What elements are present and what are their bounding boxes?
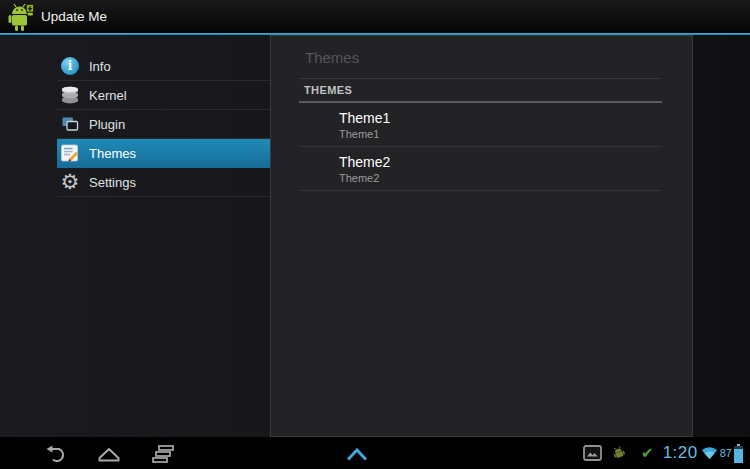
system-nav-bar: ✔ 1:20 87 [0,437,750,469]
sidebar-item-settings[interactable]: ⚙ Settings [57,168,270,197]
sidebar: i Info Kernel [57,52,270,197]
expand-notification-button[interactable] [346,447,368,460]
action-bar: Update Me [0,0,750,33]
wifi-icon [701,446,718,460]
sidebar-item-themes[interactable]: Themes [57,139,270,168]
update-success-check-icon: ✔ [641,446,654,461]
sidebar-item-kernel[interactable]: Kernel [57,81,270,110]
chevron-up-icon [346,448,368,461]
themes-panel: Themes THEMES Theme1 Theme1 Theme2 Theme… [270,35,693,437]
android-screen: Update Me i Info [0,0,750,469]
app-title: Update Me [41,9,107,24]
gallery-notification-icon [583,445,602,461]
theme-list: Theme1 Theme1 Theme2 Theme2 [299,103,662,191]
themes-section-header: THEMES [304,84,662,97]
recents-button[interactable] [148,437,178,469]
adb-debugging-icon [612,446,627,460]
settings-gear-icon: ⚙ [60,172,80,192]
home-icon [96,444,122,463]
theme-title: Theme2 [339,154,662,171]
theme-subtitle: Theme2 [339,172,662,185]
panel-divider [299,78,662,79]
sidebar-item-label: Info [89,59,111,74]
panel-title: Themes [305,49,662,67]
themes-icon [60,143,80,163]
sidebar-item-info[interactable]: i Info [57,52,270,81]
sidebar-item-label: Kernel [89,88,127,103]
back-button[interactable] [40,437,70,469]
info-icon: i [60,56,80,76]
sidebar-item-plugin[interactable]: Plugin [57,110,270,139]
android-robot-icon [7,3,34,32]
status-clock: 1:20 [663,443,698,463]
plugin-icon [60,114,80,134]
sidebar-item-label: Settings [89,175,136,190]
home-button[interactable] [94,437,124,469]
battery-percent-label: 87 [720,447,732,459]
kernel-database-icon [60,85,80,105]
status-tray[interactable]: ✔ 1:20 87 [583,437,745,469]
theme-title: Theme1 [339,110,662,127]
battery-icon [734,444,743,463]
back-icon [42,444,68,463]
theme-subtitle: Theme1 [339,128,662,141]
sidebar-item-label: Plugin [89,117,125,132]
theme-list-item[interactable]: Theme1 Theme1 [299,103,662,147]
main-area: i Info Kernel [0,35,750,437]
recents-icon [150,444,176,463]
sidebar-item-label: Themes [89,146,136,161]
theme-list-item[interactable]: Theme2 Theme2 [299,147,662,191]
